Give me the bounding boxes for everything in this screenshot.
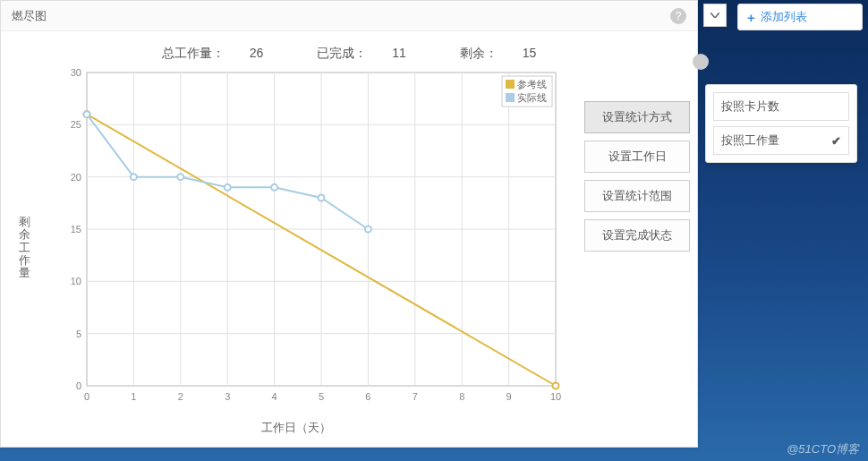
svg-point-42 bbox=[225, 184, 231, 191]
svg-point-45 bbox=[365, 226, 371, 233]
watermark: @51CTO博客 bbox=[787, 441, 859, 457]
panel-header: 燃尽图 ? bbox=[1, 1, 697, 31]
svg-point-43 bbox=[271, 184, 277, 191]
svg-text:10: 10 bbox=[71, 276, 81, 286]
add-column-button[interactable]: + 添加列表 bbox=[737, 4, 863, 30]
svg-text:0: 0 bbox=[76, 380, 81, 391]
settings-option-2[interactable]: 设置统计范围 bbox=[584, 180, 690, 212]
svg-text:实际线: 实际线 bbox=[517, 92, 547, 103]
summary-total: 总工作量：26 bbox=[149, 46, 277, 60]
svg-text:8: 8 bbox=[459, 391, 464, 402]
svg-rect-47 bbox=[506, 80, 515, 89]
chart-area: 剩余工作量 012345678910051015202530参考线实际线 工作日… bbox=[28, 64, 565, 431]
svg-point-44 bbox=[319, 195, 325, 201]
add-column-label: 添加列表 bbox=[761, 9, 807, 25]
chevron-down-icon[interactable] bbox=[703, 4, 727, 27]
burndown-chart: 012345678910051015202530参考线实际线 bbox=[55, 64, 565, 413]
svg-text:20: 20 bbox=[71, 172, 81, 183]
help-icon[interactable]: ? bbox=[670, 8, 686, 24]
check-icon: ✔ bbox=[831, 134, 841, 148]
side-badges bbox=[696, 54, 705, 70]
svg-point-39 bbox=[84, 111, 90, 117]
y-axis-label: 剩余工作量 bbox=[17, 216, 31, 279]
svg-text:5: 5 bbox=[76, 329, 81, 339]
svg-text:15: 15 bbox=[71, 224, 81, 235]
svg-text:2: 2 bbox=[178, 391, 183, 402]
svg-text:25: 25 bbox=[71, 119, 81, 130]
summary-remain: 剩余：15 bbox=[447, 46, 549, 60]
svg-text:10: 10 bbox=[550, 391, 561, 402]
burndown-panel: 燃尽图 ? 总工作量：26 已完成：11 剩余：15 剩余工作量 0123456… bbox=[0, 0, 698, 448]
svg-text:3: 3 bbox=[225, 391, 230, 402]
panel-title: 燃尽图 bbox=[12, 8, 47, 24]
svg-text:7: 7 bbox=[413, 391, 418, 402]
svg-text:6: 6 bbox=[365, 391, 370, 402]
svg-point-40 bbox=[131, 174, 137, 180]
settings-option-3[interactable]: 设置完成状态 bbox=[584, 219, 690, 252]
popup-item-0[interactable]: 按照卡片数 bbox=[713, 92, 849, 121]
svg-text:30: 30 bbox=[71, 67, 81, 78]
svg-text:参考线: 参考线 bbox=[517, 79, 547, 90]
stat-method-popup: 按照卡片数按照工作量✔ bbox=[705, 84, 857, 163]
svg-text:9: 9 bbox=[506, 391, 512, 402]
summary-done: 已完成：11 bbox=[304, 46, 419, 60]
svg-rect-49 bbox=[506, 93, 515, 102]
svg-text:5: 5 bbox=[319, 391, 324, 402]
svg-text:1: 1 bbox=[131, 391, 136, 402]
svg-point-38 bbox=[553, 383, 559, 389]
x-axis-label: 工作日（天） bbox=[261, 420, 331, 436]
svg-text:4: 4 bbox=[272, 391, 277, 402]
settings-option-0[interactable]: 设置统计方式 bbox=[584, 101, 690, 133]
svg-text:0: 0 bbox=[84, 391, 89, 402]
settings-option-1[interactable]: 设置工作日 bbox=[584, 141, 690, 173]
badge-dot bbox=[693, 54, 709, 70]
svg-point-41 bbox=[177, 174, 183, 180]
popup-item-1[interactable]: 按照工作量✔ bbox=[713, 126, 849, 155]
settings-column: 设置统计方式设置工作日设置统计范围设置完成状态 bbox=[584, 101, 690, 252]
plus-icon: + bbox=[747, 10, 755, 25]
summary-row: 总工作量：26 已完成：11 剩余：15 bbox=[19, 46, 679, 62]
